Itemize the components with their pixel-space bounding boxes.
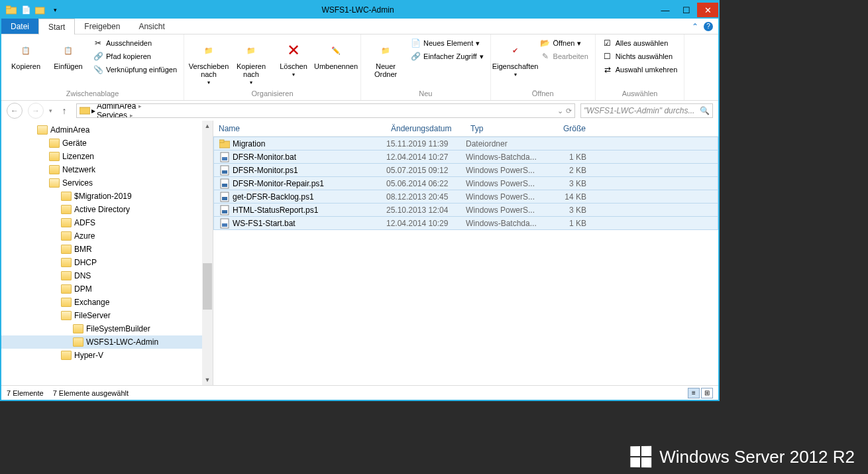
svg-rect-1 [6, 6, 11, 9]
easy-access-button[interactable]: 🔗Einfacher Zugriff ▾ [409, 50, 485, 62]
tree-item[interactable]: Lizenzen [1, 150, 213, 163]
window-title: WSFS1-LWC-Admin [61, 5, 655, 15]
tree-item[interactable]: FileServer [1, 309, 213, 322]
dropdown-icon[interactable]: ⌄ [557, 107, 563, 115]
scroll-thumb[interactable] [203, 263, 212, 310]
tab-file[interactable]: Datei [1, 19, 38, 34]
file-date: 12.04.2014 10:29 [386, 219, 466, 228]
tree-item[interactable]: ADFS [1, 216, 213, 229]
history-dropdown-icon[interactable]: ▾ [49, 107, 52, 114]
tree-item[interactable]: Services [1, 176, 213, 190]
paste-shortcut-button[interactable]: 📎Verknüpfung einfügen [91, 64, 178, 76]
details-view-button[interactable]: ≡ [688, 388, 700, 398]
select-all-button[interactable]: ☑Alles auswählen [601, 37, 679, 49]
breadcrumb-item[interactable]: Services▸ [97, 111, 176, 118]
tree-item[interactable]: WSFS1-LWC-Admin [1, 335, 213, 349]
tree-item[interactable]: BMR [1, 243, 213, 256]
qat-dropdown-icon[interactable]: ▾ [49, 4, 61, 16]
maximize-button[interactable]: ☐ [676, 3, 697, 17]
file-row[interactable]: DFSR-Monitor-Repair.ps105.06.2014 06:22W… [213, 176, 718, 190]
folder-icon [73, 337, 83, 347]
file-row[interactable]: DFSR-Monitor.ps105.07.2015 09:12Windows … [213, 163, 718, 177]
tree-item[interactable]: Active Directory [1, 203, 213, 216]
forward-button[interactable]: → [28, 103, 44, 119]
tree-scrollbar[interactable]: ▲ ▼ [202, 121, 213, 385]
file-row[interactable]: WS-FS1-Start.bat12.04.2014 10:29Windows-… [213, 216, 718, 230]
open-button[interactable]: 📂Öffnen ▾ [539, 37, 590, 49]
copy-to-button[interactable]: 📁Kopieren nach▾ [232, 37, 270, 86]
col-size[interactable]: Größe [545, 124, 591, 133]
file-name: WS-FS1-Start.bat [230, 219, 386, 228]
col-date[interactable]: Änderungsdatum [386, 124, 465, 133]
search-input[interactable]: "WSFS1-LWC-Admin" durchs... 🔍 [580, 103, 713, 118]
tree-item[interactable]: DNS [1, 269, 213, 282]
tree-item[interactable]: Azure [1, 229, 213, 243]
tree-item[interactable]: Geräte [1, 137, 213, 150]
tree-label: Azure [74, 231, 95, 241]
refresh-icon[interactable]: ⟳ [566, 107, 572, 115]
new-folder-button[interactable]: 📁Neuer Ordner [366, 37, 405, 78]
new-item-button[interactable]: 📄Neues Element ▾ [409, 37, 485, 49]
tab-view[interactable]: Ansicht [129, 19, 174, 34]
close-button[interactable]: ✕ [697, 3, 718, 17]
address-bar: ← → ▾ ↑ ▸ Dieser PC▸Freigaben (M:)▸Admin… [1, 101, 718, 121]
move-to-button[interactable]: 📁Verschieben nach▾ [190, 37, 228, 86]
col-type[interactable]: Typ [465, 124, 545, 133]
file-type: Windows-Batchda... [466, 152, 545, 162]
icons-view-button[interactable]: ⊞ [701, 388, 713, 398]
title-bar[interactable]: 📄 ▾ WSFS1-LWC-Admin — ☐ ✕ [1, 1, 718, 19]
tree-item[interactable]: Netzwerk [1, 163, 213, 176]
file-row[interactable]: HTML-StatusReport.ps125.10.2013 12:04Win… [213, 203, 718, 217]
tab-share[interactable]: Freigeben [75, 19, 129, 34]
invert-selection-button[interactable]: ⇄Auswahl umkehren [601, 64, 679, 76]
up-button[interactable]: ↑ [58, 104, 71, 117]
open-group-label: Öffnen [496, 89, 590, 97]
chevron-right-icon[interactable]: ▸ [137, 103, 143, 109]
scroll-down-icon[interactable]: ▼ [202, 375, 213, 385]
tree-item[interactable]: Exchange [1, 296, 213, 309]
tree-item[interactable]: AdminArea [1, 123, 213, 137]
col-name[interactable]: Name [213, 124, 386, 133]
folder-icon [49, 152, 60, 161]
folder-icon [37, 125, 48, 135]
path-icon: 🔗 [93, 51, 103, 62]
tab-start[interactable]: Start [38, 19, 75, 34]
tree-item[interactable]: DHCP [1, 256, 213, 269]
tree-item[interactable]: $Migration-2019 [1, 190, 213, 203]
paste-button[interactable]: 📋Einfügen [49, 37, 87, 70]
qat-newfolder-icon[interactable] [34, 4, 46, 16]
chevron-right-icon[interactable]: ▸ [91, 106, 95, 115]
folder-tree[interactable]: AdminAreaGeräteLizenzenNetzwerkServices$… [1, 121, 213, 385]
scroll-up-icon[interactable]: ▲ [202, 121, 213, 131]
tree-item[interactable]: Hyper-V [1, 349, 213, 362]
file-row[interactable]: Migration15.11.2019 11:39Dateiordner [213, 137, 718, 150]
scissors-icon: ✂ [93, 38, 103, 48]
help-icon[interactable]: ? [704, 22, 713, 31]
tree-item[interactable]: FileSystemBuilder [1, 322, 213, 335]
tree-label: DHCP [74, 258, 97, 267]
qat-properties-icon[interactable]: 📄 [20, 4, 32, 16]
select-none-button[interactable]: ☐Nichts auswählen [601, 50, 679, 62]
breadcrumb[interactable]: ▸ Dieser PC▸Freigaben (M:)▸AdminArea▸Ser… [76, 103, 575, 118]
properties-button[interactable]: ✔Eigenschaften▾ [496, 37, 535, 78]
tree-item[interactable]: DPM [1, 282, 213, 296]
file-size: 1 KB [545, 219, 592, 228]
file-row[interactable]: get-DFSR-Backlog.ps108.12.2013 20:45Wind… [213, 190, 718, 204]
ribbon-collapse-icon[interactable]: ⌃ [692, 22, 698, 31]
breadcrumb-item[interactable]: AdminArea▸ [97, 103, 176, 111]
rename-button[interactable]: ✏️Umbenennen [317, 37, 355, 70]
explorer-window: 📄 ▾ WSFS1-LWC-Admin — ☐ ✕ Datei Start Fr… [0, 0, 720, 401]
delete-button[interactable]: ✕Löschen▾ [274, 37, 313, 78]
copy-button[interactable]: 📋Kopieren [7, 37, 45, 70]
file-name: DFSR-Monitor.bat [230, 152, 386, 162]
svg-rect-2 [35, 7, 44, 14]
cut-button[interactable]: ✂Ausschneiden [91, 37, 178, 49]
file-row[interactable]: DFSR-Monitor.bat12.04.2014 10:27Windows-… [213, 150, 718, 164]
back-button[interactable]: ← [7, 103, 23, 119]
chevron-right-icon[interactable]: ▸ [129, 112, 135, 118]
minimize-button[interactable]: — [655, 3, 676, 17]
search-icon[interactable]: 🔍 [700, 106, 710, 115]
folder-icon [61, 205, 72, 214]
copy-path-button[interactable]: 🔗Pfad kopieren [91, 50, 178, 62]
folder-icon [49, 165, 60, 174]
